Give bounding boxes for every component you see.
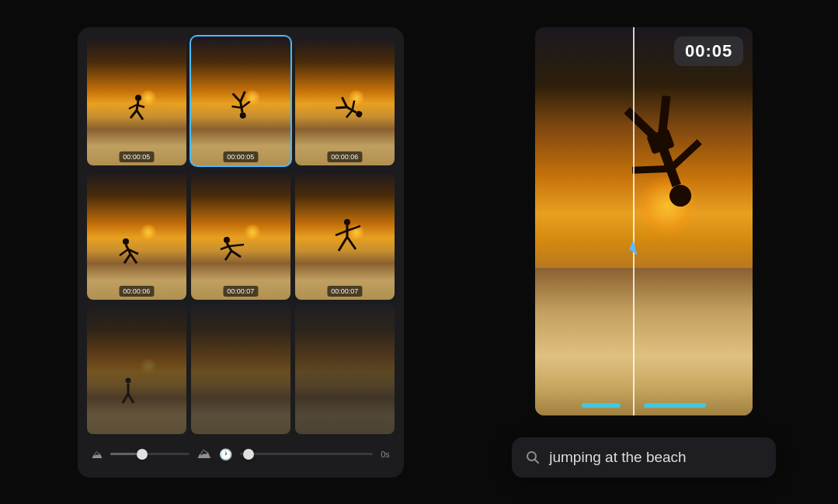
svg-point-18 (123, 238, 129, 245)
bottom-controls: ⛰ ⛰ 🕐 0s (87, 440, 395, 468)
person-silhouette-4 (116, 235, 148, 274)
svg-line-14 (339, 97, 350, 107)
svg-line-17 (346, 109, 353, 118)
thumbnail-2[interactable]: 00:00:05 (191, 36, 290, 166)
svg-line-34 (336, 231, 347, 235)
search-query[interactable]: jumping at the beach (549, 449, 763, 466)
progress-bars (535, 403, 753, 408)
timestamp-1: 00:00:05 (119, 151, 154, 162)
svg-point-0 (135, 95, 141, 101)
thumbnail-3[interactable]: 00:00:06 (295, 36, 395, 166)
person-silhouette-1 (124, 93, 149, 132)
video-preview: 00:05 (535, 27, 753, 415)
search-icon (524, 449, 541, 466)
left-slider[interactable] (110, 453, 190, 455)
main-container: 00:00:05 (0, 0, 838, 504)
person-silhouette-6 (332, 218, 362, 263)
svg-line-29 (229, 245, 244, 246)
timestamp-2: 00:00:05 (223, 151, 258, 162)
svg-line-21 (130, 254, 137, 263)
thumbnail-7[interactable] (87, 304, 186, 434)
svg-line-48 (535, 459, 539, 463)
timestamp-badge: 00:05 (674, 36, 743, 66)
svg-line-26 (225, 251, 231, 260)
svg-line-9 (232, 92, 240, 103)
right-slider[interactable] (240, 453, 373, 455)
water-reflection (535, 268, 753, 415)
thumbnail-5[interactable]: 00:00:07 (191, 170, 290, 300)
svg-line-27 (231, 251, 241, 257)
timestamp-4: 00:00:06 (119, 286, 154, 297)
timestamp-5: 00:00:07 (223, 286, 258, 297)
clock-icon: 🕐 (219, 448, 232, 461)
person-silhouette-3 (322, 85, 370, 127)
svg-point-24 (224, 237, 230, 243)
person-silhouette-5 (219, 232, 253, 271)
svg-line-39 (128, 394, 134, 403)
svg-line-22 (120, 249, 128, 255)
timestamp-6: 00:00:07 (327, 286, 362, 297)
thumbnail-6[interactable]: 00:00:07 (295, 170, 395, 300)
svg-point-36 (126, 378, 131, 384)
svg-point-40 (666, 182, 694, 210)
svg-line-3 (137, 110, 143, 120)
person-silhouette-2 (222, 75, 257, 122)
svg-line-11 (231, 105, 242, 109)
cursor-line (633, 27, 635, 415)
svg-line-33 (347, 237, 356, 249)
svg-line-20 (124, 254, 130, 263)
mountain-large-icon: ⛰ (197, 446, 211, 462)
thumbnail-1[interactable]: 00:00:05 (87, 36, 186, 166)
time-label: 0s (381, 450, 390, 459)
progress-bar-1 (582, 403, 621, 408)
timestamp-3: 00:00:06 (327, 151, 362, 162)
svg-line-32 (339, 237, 347, 251)
person-silhouette-7 (116, 377, 140, 408)
svg-line-28 (221, 246, 229, 249)
mountain-small-icon: ⛰ (92, 448, 103, 461)
thumbnail-8[interactable] (191, 304, 290, 434)
svg-line-38 (123, 394, 128, 403)
svg-line-35 (347, 226, 360, 231)
progress-bar-2 (644, 403, 706, 408)
search-bar[interactable]: jumping at the beach (512, 437, 776, 478)
svg-line-2 (130, 110, 137, 118)
left-panel: 00:00:05 (78, 27, 404, 478)
svg-point-30 (344, 219, 350, 225)
thumbnail-4[interactable]: 00:00:06 (87, 170, 186, 300)
thumbnail-9[interactable] (295, 304, 395, 434)
svg-point-6 (239, 112, 246, 119)
right-panel: 00:05 jumping at the beach (527, 27, 760, 478)
svg-line-4 (129, 105, 137, 109)
thumbnail-grid: 00:00:05 (87, 36, 395, 434)
